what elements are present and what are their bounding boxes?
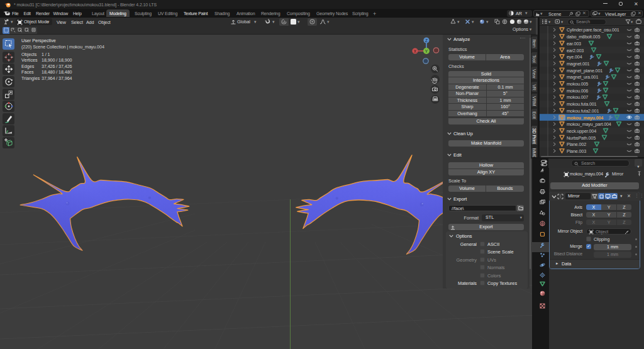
- svg-text:mokou.007: mokou.007: [567, 94, 588, 100]
- svg-text:NurbsPath.005: NurbsPath.005: [567, 135, 596, 141]
- svg-text:dabo_m8bolt.005: dabo_m8bolt.005: [567, 34, 600, 40]
- svg-text:eye.004: eye.004: [567, 54, 582, 60]
- svg-text:mokou.006: mokou.006: [567, 88, 588, 94]
- svg-text:Cylinder.pare.face_osu.001: Cylinder.pare.face_osu.001: [567, 27, 619, 33]
- svg-text:magnet_plane.001: magnet_plane.001: [567, 68, 602, 74]
- svg-text:magnet_ura.001: magnet_ura.001: [567, 74, 598, 80]
- svg-text:neck.upper.004: neck.upper.004: [567, 128, 596, 134]
- svg-text:mokou.futa.001: mokou.futa.001: [567, 101, 597, 107]
- svg-text:X: X: [414, 49, 417, 53]
- svg-text:Y: Y: [425, 49, 428, 53]
- svg-text:magnet.001: magnet.001: [567, 61, 590, 67]
- svg-text:mokou.005: mokou.005: [567, 81, 588, 87]
- svg-text:mokou.futa2.001: mokou.futa2.001: [567, 108, 599, 114]
- svg-text:mokou_mayu.004: mokou_mayu.004: [567, 115, 603, 121]
- svg-text:ear2.003: ear2.003: [567, 48, 584, 53]
- svg-text:Z: Z: [425, 38, 428, 43]
- svg-text:Plane.003: Plane.003: [567, 148, 586, 154]
- svg-text:Plane.002: Plane.002: [567, 141, 586, 147]
- svg-text:mokou_mayu_part.004: mokou_mayu_part.004: [567, 121, 611, 127]
- svg-text:ear.003: ear.003: [567, 41, 581, 47]
